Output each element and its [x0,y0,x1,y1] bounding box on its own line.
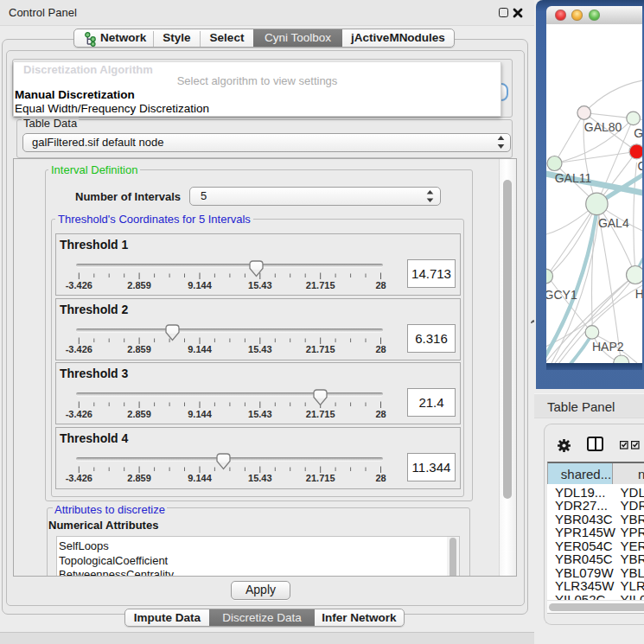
svg-text:HAP2: HAP2 [592,340,624,354]
svg-text:GAL4: GAL4 [598,216,629,230]
svg-text:GA: GA [634,126,642,140]
svg-text:H: H [635,287,642,301]
svg-text:GAL11: GAL11 [555,171,592,185]
svg-text:GAL80: GAL80 [584,120,622,134]
svg-text:C: C [638,159,642,173]
svg-text:GCY1: GCY1 [546,288,577,302]
